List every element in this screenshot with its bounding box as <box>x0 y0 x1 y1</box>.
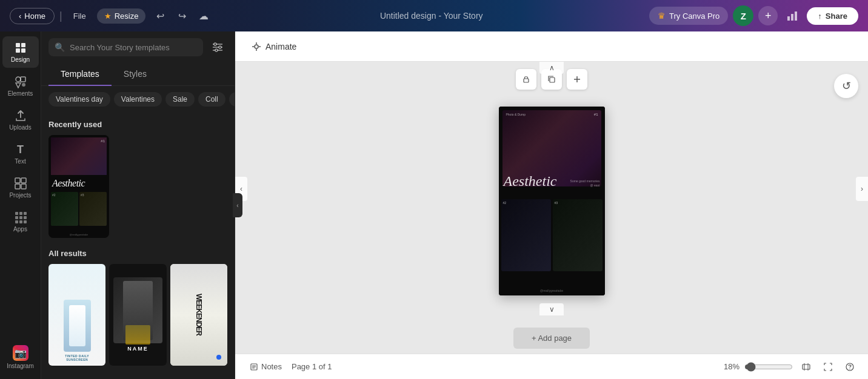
redo-button[interactable]: ↪ <box>172 6 192 25</box>
elements-icon <box>14 75 27 88</box>
lock-button[interactable] <box>516 69 536 90</box>
svg-rect-4 <box>21 43 25 47</box>
svg-marker-9 <box>16 83 21 88</box>
topbar: ‹ Home | File ★ Resize ↩ ↪ ☁ Untitled de… <box>0 0 868 31</box>
zoom-slider[interactable] <box>744 362 793 372</box>
instagram-icon: 📷 <box>13 345 28 361</box>
fit-page-button[interactable] <box>798 358 815 375</box>
text-label: Text <box>15 158 25 165</box>
left-panel: 🔍 Templates Styles Valentines day Valent… <box>41 31 235 379</box>
svg-rect-3 <box>16 43 20 47</box>
help-button[interactable] <box>841 358 858 375</box>
chip-coll[interactable]: Coll <box>198 92 225 107</box>
sidebar-item-text[interactable]: T Text <box>2 138 39 170</box>
save-cloud-button[interactable]: ☁ <box>194 6 213 25</box>
file-button[interactable]: File <box>67 8 92 24</box>
try-pro-label: Try Canva Pro <box>669 12 719 21</box>
topbar-right: ♛ Try Canva Pro Z + ↑ Share <box>649 5 858 26</box>
analytics-button[interactable] <box>783 6 802 25</box>
search-input[interactable] <box>70 43 197 52</box>
canvas-inner[interactable]: Photo & Dump #1 Aesthetic Some good memo… <box>235 62 868 315</box>
svg-rect-22 <box>19 220 22 223</box>
svg-rect-5 <box>16 48 20 53</box>
star-icon: ★ <box>104 12 112 21</box>
scroll-right-button[interactable]: › <box>856 177 868 201</box>
sidebar-item-uploads[interactable]: Uploads <box>2 104 39 136</box>
toggle-panel-button[interactable]: ‹ <box>233 193 242 217</box>
svg-point-28 <box>219 46 221 48</box>
home-button[interactable]: ‹ Home <box>10 8 55 24</box>
chip-valentines[interactable]: Valentines <box>114 92 162 107</box>
fullscreen-button[interactable] <box>820 358 836 375</box>
svg-rect-21 <box>15 220 18 223</box>
design-inner: Photo & Dump #1 Aesthetic Some good memo… <box>499 107 605 295</box>
svg-rect-15 <box>15 212 18 215</box>
bottom-bar-right: 18% <box>718 358 858 375</box>
blue-dot <box>216 355 221 360</box>
main-layout: Design Elements Uploads T Text Projects <box>0 31 868 379</box>
sidebar-item-projects[interactable]: Projects <box>2 172 39 203</box>
svg-rect-32 <box>550 77 555 82</box>
template-result-2[interactable]: NAME <box>109 264 166 366</box>
avatar[interactable]: Z <box>733 5 753 26</box>
home-label: Home <box>24 12 45 21</box>
animate-button[interactable]: Animate <box>245 38 302 56</box>
scroll-top-button[interactable]: ∧ <box>539 62 564 74</box>
crown-icon: ♛ <box>658 11 666 21</box>
design-canvas-wrapper: Photo & Dump #1 Aesthetic Some good memo… <box>499 107 605 295</box>
chip-sale[interactable]: Sale <box>165 92 195 107</box>
add-page-button[interactable]: + Add page <box>513 328 590 349</box>
plus-button[interactable]: + <box>758 6 778 25</box>
add-button[interactable] <box>567 69 587 90</box>
share-button[interactable]: ↑ Share <box>807 7 858 25</box>
document-title: Untitled design - Your Story <box>221 11 642 21</box>
share-label: Share <box>826 12 847 21</box>
design-card[interactable]: Photo & Dump #1 Aesthetic Some good memo… <box>499 107 605 295</box>
search-input-wrap: 🔍 <box>48 38 203 56</box>
separator: | <box>59 10 62 22</box>
uploads-icon <box>14 109 27 122</box>
svg-rect-12 <box>21 178 26 183</box>
text-icon: T <box>14 143 27 156</box>
svg-rect-10 <box>22 83 25 87</box>
notes-button[interactable]: Notes <box>245 360 287 374</box>
search-icon: 🔍 <box>55 42 65 52</box>
chip-valentines-day[interactable]: Valentines day <box>48 92 110 107</box>
sidebar-item-instagram[interactable]: 📷 Instagram <box>2 340 39 374</box>
svg-rect-20 <box>24 216 27 219</box>
filter-button[interactable] <box>208 38 227 57</box>
filter-icon <box>212 42 223 52</box>
tab-styles[interactable]: Styles <box>112 63 159 86</box>
design-footer: @reallygreattake <box>540 289 563 292</box>
svg-point-30 <box>255 45 258 48</box>
undo-button[interactable]: ↩ <box>150 6 170 25</box>
template-result-1[interactable]: TINTED DAILYSUNSCREEN <box>48 264 105 366</box>
all-results-title: All results <box>48 249 227 258</box>
svg-rect-8 <box>21 77 25 82</box>
svg-point-43 <box>849 368 850 369</box>
resize-button[interactable]: ★ Resize <box>97 8 146 24</box>
scroll-bottom-button[interactable]: ∨ <box>539 303 564 315</box>
svg-rect-1 <box>791 14 793 21</box>
zoom-level-label: 18% <box>718 362 739 371</box>
try-pro-button[interactable]: ♛ Try Canva Pro <box>649 7 728 25</box>
sidebar-item-apps[interactable]: Apps <box>2 206 39 237</box>
right-caption: Some good memories@ east <box>570 179 600 188</box>
refresh-button[interactable]: ↺ <box>834 74 858 98</box>
add-page-area: + Add page <box>235 315 868 354</box>
svg-rect-14 <box>21 184 26 189</box>
design-label: Design <box>11 56 30 63</box>
sidebar-icons: Design Elements Uploads T Text Projects <box>0 31 41 379</box>
fit-page-icon <box>801 362 811 372</box>
all-results-grid: TINTED DAILYSUNSCREEN NAME <box>48 264 227 366</box>
apps-icon <box>14 211 27 224</box>
sidebar-item-elements[interactable]: Elements <box>2 70 39 102</box>
svg-point-27 <box>214 43 216 45</box>
recent-template-1[interactable]: #1 Aesthetic #2 #3 <box>48 135 109 238</box>
template-result-3[interactable]: WEEKENDER <box>170 264 227 366</box>
tab-templates[interactable]: Templates <box>48 63 112 86</box>
recently-used-grid: #1 Aesthetic #2 #3 <box>48 135 227 238</box>
chips-next-button[interactable]: › <box>229 92 235 107</box>
sidebar-item-design[interactable]: Design <box>2 36 39 68</box>
notes-label: Notes <box>261 362 282 371</box>
